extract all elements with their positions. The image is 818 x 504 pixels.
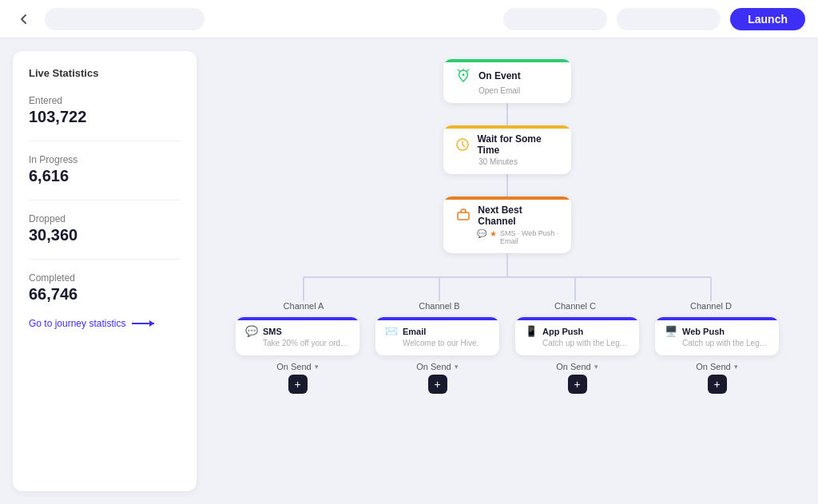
wait-title: Wait for Some Time xyxy=(477,133,560,156)
email-on-send[interactable]: On Send ▾ xyxy=(416,362,458,371)
webpush-title: Web Push xyxy=(682,327,725,336)
sms-chevron-icon: ▾ xyxy=(315,363,319,371)
on-event-title: On Event xyxy=(478,70,521,81)
sms-icon: 💬 xyxy=(245,325,258,337)
apppush-subtitle: Catch up with the Legends! xyxy=(542,339,629,347)
channel-webpush-node[interactable]: 🖥️ Web Push Catch up with the Legends! xyxy=(655,317,779,355)
channel-col-c: 📱 App Push Catch up with the Legends! On… xyxy=(515,317,639,394)
wait-subtitle: 30 Minutes xyxy=(478,157,560,166)
apppush-icon: 📱 xyxy=(525,325,538,337)
flow-container: On Event Open Email Wait for Some Time xyxy=(209,51,805,394)
connector-1 xyxy=(506,103,508,125)
back-button[interactable] xyxy=(13,8,35,30)
journey-stats-link[interactable]: Go to journey statistics xyxy=(29,318,181,329)
channel-apppush-node[interactable]: 📱 App Push Catch up with the Legends! xyxy=(515,317,639,355)
apppush-title: App Push xyxy=(542,327,583,336)
channel-nodes: 💬 SMS Take 20% off your order with code … xyxy=(236,317,779,394)
channel-col-d: 🖥️ Web Push Catch up with the Legends! O… xyxy=(655,317,779,394)
channel-label-c: Channel C xyxy=(507,301,643,311)
channel-sms-node[interactable]: 💬 SMS Take 20% off your order with code … xyxy=(236,317,359,355)
email-add-button[interactable]: + xyxy=(428,375,447,394)
webpush-icon: 🖥️ xyxy=(665,325,677,337)
webpush-on-send[interactable]: On Send ▾ xyxy=(696,362,737,371)
stat-dropped: Dropped 30,360 xyxy=(29,213,181,244)
arrow-right-icon xyxy=(132,323,154,324)
webpush-chevron-icon: ▾ xyxy=(734,363,738,371)
email-icon: ✉️ xyxy=(385,325,398,337)
on-event-node[interactable]: On Event Open Email xyxy=(443,59,571,103)
connector-2 xyxy=(506,174,508,196)
webpush-on-send-label: On Send xyxy=(696,362,730,371)
canvas: On Event Open Email Wait for Some Time xyxy=(197,38,818,504)
channel-col-a: 💬 SMS Take 20% off your order with code … xyxy=(236,317,359,394)
email-chevron-icon: ▾ xyxy=(455,363,459,371)
stat-dropped-label: Dropped xyxy=(29,213,181,224)
nbc-subtitle: SMS · Web Push · Email xyxy=(500,229,560,245)
nbc-title: Next Best Channel xyxy=(478,204,560,227)
sms-title: SMS xyxy=(263,327,282,336)
sms-on-send-label: On Send xyxy=(276,362,311,371)
topbar-pill-1 xyxy=(503,8,607,30)
stat-inprogress: In Progress 6,616 xyxy=(29,154,181,185)
stat-entered-label: Entered xyxy=(29,95,181,106)
channel-col-b: ✉️ Email Welcome to our Hive. On Send ▾ … xyxy=(375,317,499,394)
sidebar: Live Statistics Entered 103,722 In Progr… xyxy=(13,51,197,491)
topbar-pill-2 xyxy=(617,8,721,30)
main-area: Live Statistics Entered 103,722 In Progr… xyxy=(0,38,818,504)
branch-lines-svg xyxy=(236,253,779,301)
stat-completed: Completed 66,746 xyxy=(29,272,181,304)
apppush-on-send[interactable]: On Send ▾ xyxy=(556,362,598,371)
nbc-sms-icon: 💬 xyxy=(477,229,486,245)
journey-link-text: Go to journey statistics xyxy=(29,318,125,329)
channel-labels: Channel A Channel B Channel C Channel D xyxy=(236,301,779,311)
channel-label-a: Channel A xyxy=(236,301,371,311)
email-on-send-label: On Send xyxy=(416,362,451,371)
stat-entered-value: 103,722 xyxy=(29,108,181,126)
stat-completed-label: Completed xyxy=(29,272,181,284)
title-pill xyxy=(45,8,204,30)
email-title: Email xyxy=(403,327,426,336)
stat-dropped-value: 30,360 xyxy=(29,226,181,244)
channel-label-b: Channel B xyxy=(371,301,507,311)
apppush-add-button[interactable]: + xyxy=(568,375,587,394)
webpush-add-button[interactable]: + xyxy=(708,375,727,394)
webpush-subtitle: Catch up with the Legends! xyxy=(682,339,769,347)
channel-email-node[interactable]: ✉️ Email Welcome to our Hive. xyxy=(375,317,499,355)
channel-label-d: Channel D xyxy=(643,301,779,311)
on-event-subtitle: Open Email xyxy=(478,86,560,95)
wait-node[interactable]: Wait for Some Time 30 Minutes xyxy=(443,125,571,174)
on-event-icon xyxy=(455,67,472,85)
sms-on-send[interactable]: On Send ▾ xyxy=(276,362,318,371)
nbc-icon xyxy=(455,207,471,224)
topbar: Launch xyxy=(0,0,818,38)
stat-completed-value: 66,746 xyxy=(29,285,181,304)
nbc-node[interactable]: Next Best Channel 💬 ★ SMS · Web Push · E… xyxy=(443,196,571,253)
email-subtitle: Welcome to our Hive. xyxy=(403,339,490,347)
sms-subtitle: Take 20% off your order with code ... xyxy=(263,339,350,347)
branch-tree xyxy=(236,253,779,301)
sidebar-title: Live Statistics xyxy=(29,67,181,79)
wait-icon xyxy=(455,136,471,153)
svg-point-0 xyxy=(463,73,465,76)
nbc-icons: 💬 ★ SMS · Web Push · Email xyxy=(477,229,560,245)
apppush-on-send-label: On Send xyxy=(556,362,590,371)
svg-rect-2 xyxy=(458,212,469,220)
stat-inprogress-label: In Progress xyxy=(29,154,181,165)
launch-button[interactable]: Launch xyxy=(730,8,805,30)
apppush-chevron-icon: ▾ xyxy=(594,363,598,371)
stat-entered: Entered 103,722 xyxy=(29,95,181,126)
stat-inprogress-value: 6,616 xyxy=(29,167,181,185)
sms-add-button[interactable]: + xyxy=(288,375,308,394)
nbc-star-icon: ★ xyxy=(490,229,497,245)
